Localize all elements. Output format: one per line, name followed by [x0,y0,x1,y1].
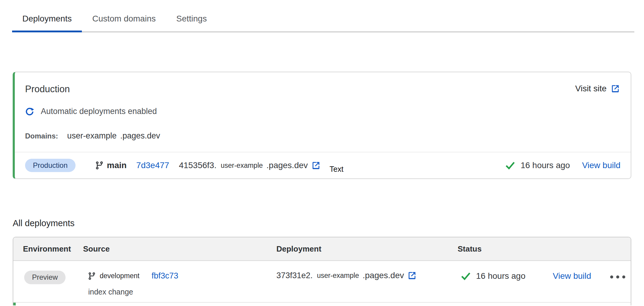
production-card: Production Visit site Automatic deployme… [13,72,631,179]
next-row-partial [13,303,631,305]
commit-link[interactable]: fbf3c73 [152,271,179,281]
status-time: 16 hours ago [476,271,525,281]
production-row-status: 16 hours ago View build [505,161,620,170]
visit-site-label: Visit site [575,84,607,93]
status-cell: 16 hours ago [460,271,525,281]
production-row-green-border [13,303,16,305]
view-build-link[interactable]: View build [553,271,591,281]
domains-label: Domains: [25,132,58,140]
deployment-cell: 373f31e2. user-example .pages.dev [276,271,417,280]
production-deployment-row: Production main 7d3e477 415356f3. user-e… [15,152,631,178]
commit-message: index change [88,288,133,296]
deployment-suffix: .pages.dev [362,271,404,280]
git-branch-icon [88,272,96,280]
environment-cell: Preview [24,271,66,284]
branch-name: development [100,272,140,280]
view-build-link[interactable]: View build [582,161,620,170]
commit-link[interactable]: 7d3e477 [136,161,169,170]
domain-suffix: .pages.dev [120,131,160,141]
external-link-icon [611,84,620,93]
all-deployments-heading: All deployments [13,218,644,228]
auto-deployments-text: Automatic deployments enabled [41,107,157,116]
visit-site-link[interactable]: Visit site [575,84,620,93]
domains-row: Domains: user-example .pages.dev [25,131,631,141]
auto-deployments-row: Automatic deployments enabled [25,107,631,116]
deployment-suffix: .pages.dev [266,161,308,170]
environment-badge: Production [25,159,76,172]
tab-settings[interactable]: Settings [166,9,217,31]
tab-deployments[interactable]: Deployments [12,9,82,31]
source-cell: development fbf3c73 [88,271,178,281]
more-options-icon[interactable] [610,275,625,278]
deployment-domain: user-example [221,161,263,170]
production-card-title: Production [25,84,70,95]
deployment-id: 415356f3. [179,161,217,170]
text-annotation: Text [330,165,343,174]
column-deployment: Deployment [276,244,321,254]
production-card-header: Production Visit site [15,72,631,95]
success-check-icon [460,272,471,281]
tab-custom-domains[interactable]: Custom domains [82,9,166,31]
status-time: 16 hours ago [520,161,570,170]
deployment-domain: user-example [317,272,359,280]
git-branch-icon [95,161,104,170]
table-row: Preview development fbf3c73 index change… [13,261,631,303]
deployment-id: 373f31e2. [276,271,313,280]
refresh-icon [25,107,34,116]
success-check-icon [505,161,516,170]
external-link-icon[interactable] [311,161,320,170]
column-source: Source [83,244,110,254]
environment-badge: Preview [24,271,66,284]
external-link-icon[interactable] [407,271,417,280]
column-status: Status [458,244,481,254]
column-environment: Environment [23,244,71,254]
table-header: Environment Source Deployment Status [13,237,631,261]
tab-bar: Deployments Custom domains Settings [12,9,634,32]
deployments-table: Environment Source Deployment Status Pre… [13,237,631,305]
domain-name: user-example [67,131,117,141]
branch-name: main [107,161,127,170]
ellipsis-dots [610,275,625,278]
